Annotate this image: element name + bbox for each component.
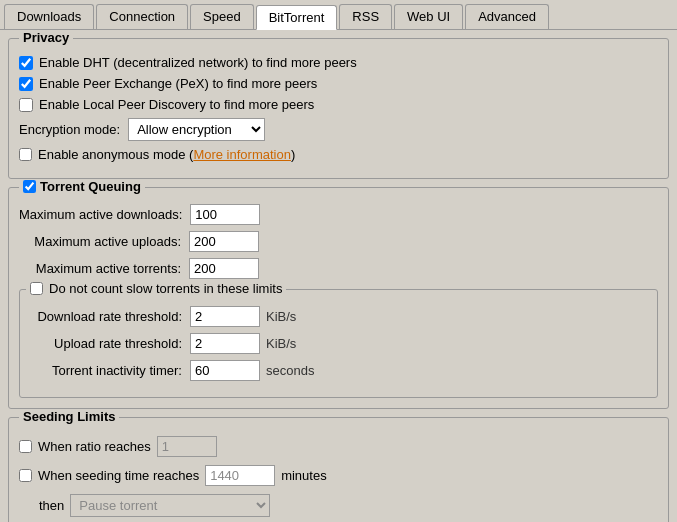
inactivity-timer-input[interactable] (190, 360, 260, 381)
seed-time-checkbox[interactable] (19, 469, 32, 482)
upload-threshold-label: Upload rate threshold: (30, 336, 190, 351)
privacy-legend: Privacy (19, 30, 73, 45)
ratio-row: When ratio reaches (19, 436, 658, 457)
anon-row: Enable anonymous mode (More information) (19, 147, 658, 162)
anon-label: Enable anonymous mode (More information) (38, 147, 295, 162)
seed-time-input[interactable] (205, 465, 275, 486)
encryption-label: Encryption mode: (19, 122, 120, 137)
then-row: then Pause torrent Remove torrent Remove… (39, 494, 658, 517)
torrent-queuing-title: Torrent Queuing (40, 179, 141, 194)
slow-torrents-group: Do not count slow torrents in these limi… (19, 289, 658, 398)
torrent-queuing-legend: Torrent Queuing (19, 179, 145, 194)
download-threshold-input[interactable] (190, 306, 260, 327)
lpd-checkbox[interactable] (19, 98, 33, 112)
tab-bar: Downloads Connection Speed BitTorrent RS… (0, 0, 677, 30)
max-torrents-label: Maximum active torrents: (19, 261, 189, 276)
privacy-group: Privacy Enable DHT (decentralized networ… (8, 38, 669, 179)
max-downloads-label: Maximum active downloads: (19, 207, 190, 222)
pex-label: Enable Peer Exchange (PeX) to find more … (39, 76, 317, 91)
max-downloads-row: Maximum active downloads: (19, 204, 658, 225)
dht-row: Enable DHT (decentralized network) to fi… (19, 55, 658, 70)
ratio-label: When ratio reaches (38, 439, 151, 454)
seeding-limits-group: Seeding Limits When ratio reaches When s… (8, 417, 669, 522)
max-downloads-input[interactable] (190, 204, 260, 225)
tab-connection[interactable]: Connection (96, 4, 188, 29)
tab-webui[interactable]: Web UI (394, 4, 463, 29)
tab-downloads[interactable]: Downloads (4, 4, 94, 29)
inactivity-timer-row: Torrent inactivity timer: seconds (30, 360, 647, 381)
max-torrents-row: Maximum active torrents: (19, 258, 658, 279)
max-uploads-input[interactable] (189, 231, 259, 252)
anon-checkbox[interactable] (19, 148, 32, 161)
seed-time-unit: minutes (281, 468, 327, 483)
torrent-queuing-group: Torrent Queuing Maximum active downloads… (8, 187, 669, 409)
pex-row: Enable Peer Exchange (PeX) to find more … (19, 76, 658, 91)
seed-time-label: When seeding time reaches (38, 468, 199, 483)
pex-checkbox[interactable] (19, 77, 33, 91)
tab-bittorrent[interactable]: BitTorrent (256, 5, 338, 30)
max-uploads-row: Maximum active uploads: (19, 231, 658, 252)
lpd-row: Enable Local Peer Discovery to find more… (19, 97, 658, 112)
main-content: Privacy Enable DHT (decentralized networ… (0, 30, 677, 522)
dht-checkbox[interactable] (19, 56, 33, 70)
upload-unit: KiB/s (266, 336, 296, 351)
slow-torrents-checkbox[interactable] (30, 282, 43, 295)
seeding-limits-legend: Seeding Limits (19, 409, 119, 424)
anon-link[interactable]: More information (193, 147, 291, 162)
download-threshold-row: Download rate threshold: KiB/s (30, 306, 647, 327)
encryption-row: Encryption mode: Allow encryption Force … (19, 118, 658, 141)
tab-speed[interactable]: Speed (190, 4, 254, 29)
then-label: then (39, 498, 64, 513)
max-uploads-label: Maximum active uploads: (19, 234, 189, 249)
max-torrents-input[interactable] (189, 258, 259, 279)
encryption-select[interactable]: Allow encryption Force encryption Disabl… (128, 118, 265, 141)
ratio-input[interactable] (157, 436, 217, 457)
privacy-title: Privacy (23, 30, 69, 45)
ratio-checkbox[interactable] (19, 440, 32, 453)
lpd-label: Enable Local Peer Discovery to find more… (39, 97, 314, 112)
download-unit: KiB/s (266, 309, 296, 324)
upload-threshold-row: Upload rate threshold: KiB/s (30, 333, 647, 354)
tab-rss[interactable]: RSS (339, 4, 392, 29)
torrent-queuing-checkbox[interactable] (23, 180, 36, 193)
upload-threshold-input[interactable] (190, 333, 260, 354)
dht-label: Enable DHT (decentralized network) to fi… (39, 55, 357, 70)
tab-advanced[interactable]: Advanced (465, 4, 549, 29)
inactivity-timer-label: Torrent inactivity timer: (30, 363, 190, 378)
slow-torrents-legend: Do not count slow torrents in these limi… (26, 281, 286, 296)
inactivity-unit: seconds (266, 363, 314, 378)
slow-torrents-title: Do not count slow torrents in these limi… (49, 281, 282, 296)
download-threshold-label: Download rate threshold: (30, 309, 190, 324)
then-select[interactable]: Pause torrent Remove torrent Remove torr… (70, 494, 270, 517)
seed-time-row: When seeding time reaches minutes (19, 465, 658, 486)
seeding-limits-title: Seeding Limits (23, 409, 115, 424)
